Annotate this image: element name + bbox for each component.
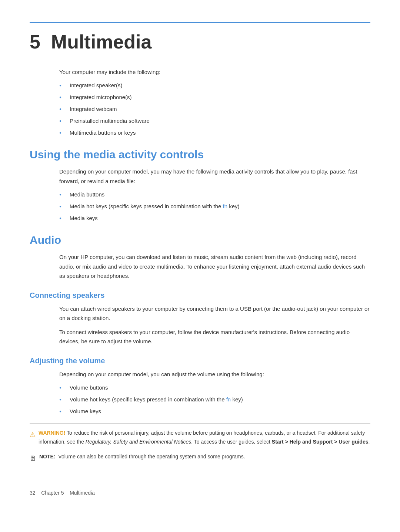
warning-icon: ⚠ bbox=[30, 429, 36, 441]
note-content: NOTE: Volume can also be controlled thro… bbox=[39, 452, 245, 461]
intro-text: Your computer may include the following: bbox=[59, 68, 370, 77]
footer-page-number: 32 bbox=[30, 490, 36, 496]
list-item: Volume keys bbox=[59, 407, 370, 416]
warning-content: WARNING! To reduce the risk of personal … bbox=[39, 429, 370, 447]
warning-italic: Regulatory, Safety and Environmental Not… bbox=[86, 439, 191, 445]
chapter-header: 5 Multimedia bbox=[30, 22, 370, 53]
note-text: Volume can also be controlled through th… bbox=[58, 454, 245, 459]
media-description: Depending on your computer model, you ma… bbox=[59, 167, 370, 186]
subsection-heading-connecting: Connecting speakers bbox=[30, 291, 370, 300]
subsection-heading-adjusting: Adjusting the volume bbox=[30, 357, 370, 365]
warning-text2: . To access the user guides, select bbox=[191, 439, 272, 445]
connecting-para2: To connect wireless speakers to your com… bbox=[59, 327, 370, 346]
footer: 32 Chapter 5 Multimedia bbox=[30, 486, 370, 496]
list-item: Media keys bbox=[59, 214, 370, 223]
list-item: Media hot keys (specific keys pressed in… bbox=[59, 202, 370, 211]
list-item: Integrated webcam bbox=[59, 105, 370, 114]
section-heading-media: Using the media activity controls bbox=[30, 148, 370, 161]
list-item: Volume hot keys (specific keys pressed i… bbox=[59, 395, 370, 404]
chapter-title: 5 Multimedia bbox=[30, 31, 370, 53]
section-heading-audio: Audio bbox=[30, 234, 370, 246]
footer-chapter-title: Multimedia bbox=[70, 490, 95, 496]
note-label: NOTE: bbox=[39, 454, 56, 459]
list-item: Integrated microphone(s) bbox=[59, 93, 370, 102]
list-item: Preinstalled multimedia software bbox=[59, 117, 370, 125]
list-item: Multimedia buttons or keys bbox=[59, 128, 370, 137]
audio-description: On your HP computer, you can download an… bbox=[59, 252, 370, 281]
warning-label: WARNING! bbox=[39, 430, 65, 436]
warning-box: ⚠ WARNING! To reduce the risk of persona… bbox=[30, 423, 370, 447]
chapter-title-text: Multimedia bbox=[51, 31, 152, 53]
footer-chapter-label: Chapter 5 bbox=[41, 490, 64, 496]
list-item: Media buttons bbox=[59, 190, 370, 199]
adjusting-description: Depending on your computer model, you ca… bbox=[59, 370, 370, 379]
warning-text3: . bbox=[368, 439, 370, 445]
list-item: Integrated speaker(s) bbox=[59, 81, 370, 90]
note-box: 🖹 NOTE: Volume can also be controlled th… bbox=[30, 452, 370, 464]
list-item: Volume buttons bbox=[59, 383, 370, 392]
note-icon: 🖹 bbox=[30, 453, 36, 464]
media-bullet-list: Media buttons Media hot keys (specific k… bbox=[59, 190, 370, 223]
fn-link-volume[interactable]: fn bbox=[226, 396, 231, 403]
intro-bullet-list: Integrated speaker(s) Integrated microph… bbox=[59, 81, 370, 137]
adjusting-bullet-list: Volume buttons Volume hot keys (specific… bbox=[59, 383, 370, 416]
fn-link-media[interactable]: fn bbox=[223, 203, 228, 209]
connecting-para1: You can attach wired speakers to your co… bbox=[59, 304, 370, 323]
chapter-number: 5 bbox=[30, 31, 40, 53]
warning-bold: Start > Help and Support > User guides bbox=[272, 439, 369, 445]
